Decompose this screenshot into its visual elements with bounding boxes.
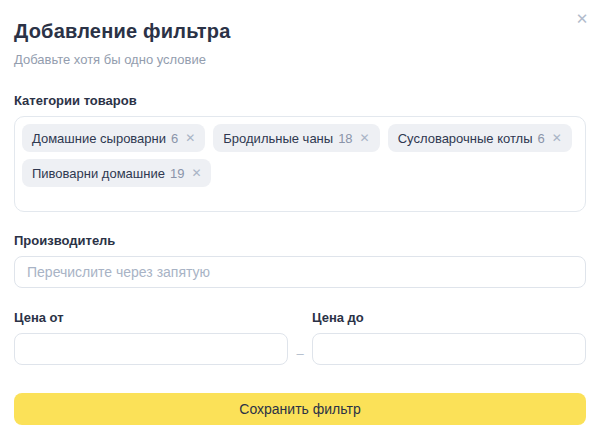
close-icon[interactable]: ✕: [572, 8, 592, 28]
chip-count: 6: [538, 131, 545, 146]
manufacturer-label: Производитель: [14, 233, 586, 248]
chip-remove-icon[interactable]: ✕: [552, 132, 562, 144]
category-chip-list[interactable]: Домашние сыроварни 6 ✕ Бродильные чаны 1…: [14, 116, 586, 212]
chip-count: 19: [170, 166, 184, 181]
dialog-subtitle: Добавьте хотя бы одно условие: [14, 52, 586, 67]
category-chip[interactable]: Бродильные чаны 18 ✕: [213, 124, 379, 152]
price-from-input[interactable]: [14, 333, 288, 365]
save-filter-button[interactable]: Сохранить фильтр: [14, 393, 586, 425]
categories-label: Категории товаров: [14, 93, 586, 108]
price-range-row: Цена от – Цена до: [14, 310, 586, 369]
chip-remove-icon[interactable]: ✕: [360, 132, 370, 144]
chip-remove-icon[interactable]: ✕: [191, 167, 201, 179]
price-to-column: Цена до: [312, 310, 586, 365]
chip-count: 6: [171, 131, 178, 146]
price-to-input[interactable]: [312, 333, 586, 365]
category-chip[interactable]: Сусловарочные котлы 6 ✕: [388, 124, 572, 152]
dialog-title: Добавление фильтра: [14, 20, 586, 43]
price-from-column: Цена от: [14, 310, 288, 365]
chip-label: Пивоварни домашние: [32, 166, 165, 181]
price-to-label: Цена до: [312, 310, 586, 325]
add-filter-dialog: ✕ Добавление фильтра Добавьте хотя бы од…: [0, 0, 600, 430]
chip-label: Домашние сыроварни: [32, 131, 166, 146]
price-range-dash: –: [288, 337, 312, 369]
chip-remove-icon[interactable]: ✕: [185, 132, 195, 144]
manufacturer-input[interactable]: [14, 256, 586, 288]
category-chip[interactable]: Домашние сыроварни 6 ✕: [22, 124, 205, 152]
chip-label: Сусловарочные котлы: [398, 131, 533, 146]
chip-count: 18: [338, 131, 352, 146]
price-from-label: Цена от: [14, 310, 288, 325]
chip-label: Бродильные чаны: [223, 131, 333, 146]
category-chip[interactable]: Пивоварни домашние 19 ✕: [22, 159, 211, 187]
